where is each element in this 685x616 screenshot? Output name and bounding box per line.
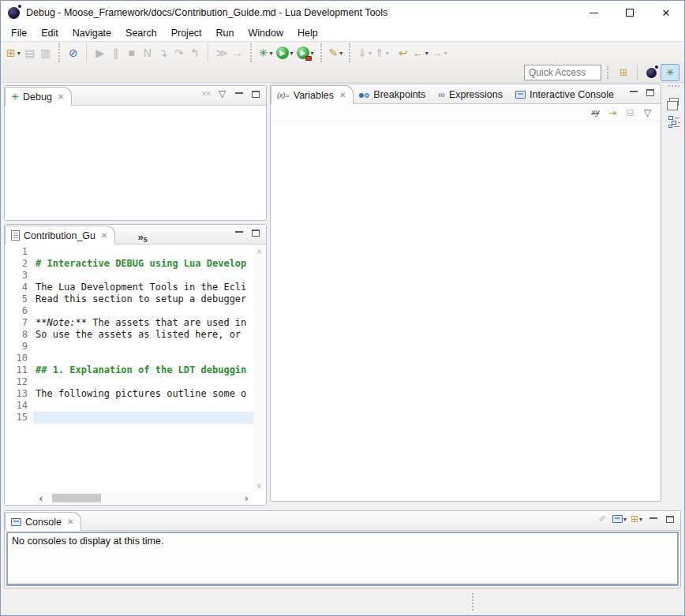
code-line[interactable]: 9	[5, 341, 253, 353]
menu-edit[interactable]: Edit	[34, 25, 66, 41]
code-line[interactable]: 3	[5, 270, 253, 282]
remove-terminated-icon[interactable]: ✕✕	[199, 88, 212, 101]
editor-body[interactable]: 12# Interactive DEBUG using Lua Develop3…	[5, 245, 266, 505]
debug-perspective-button[interactable]: ✳	[661, 64, 679, 81]
run-icon[interactable]: ▶▾	[275, 44, 295, 62]
hidden-editors-chevron[interactable]: » 5	[137, 231, 147, 244]
editor-vertical-scrollbar[interactable]: ∧ ∨	[253, 245, 265, 491]
tab-variables[interactable]: (x)=Variables✕	[271, 85, 354, 104]
window-maximize-button[interactable]	[612, 1, 648, 24]
menu-help[interactable]: Help	[290, 25, 325, 41]
step-into-icon[interactable]: ↴	[155, 44, 171, 62]
search-icon[interactable]: ✎▾	[328, 44, 345, 62]
close-icon[interactable]: ✕	[339, 91, 346, 99]
open-perspective-button[interactable]: ⊞	[614, 64, 633, 81]
disconnect-icon[interactable]: N	[140, 44, 155, 62]
maximize-icon[interactable]	[643, 86, 657, 99]
view-menu-icon[interactable]: ▽	[641, 106, 654, 119]
new-wizard-icon[interactable]: ⊞▾	[5, 44, 22, 62]
step-over-icon[interactable]: ↷	[171, 44, 187, 62]
restore-view-icon[interactable]	[668, 95, 681, 108]
terminate-icon[interactable]: ■	[124, 44, 140, 62]
drop-to-frame-icon[interactable]: ≫	[214, 44, 230, 62]
code-line[interactable]: 11## 1. Explanation of the LDT debuggin	[5, 364, 253, 376]
outline-view-icon[interactable]	[668, 115, 681, 129]
previous-annotation-icon[interactable]: ⇑▾	[373, 44, 391, 62]
window-close-button[interactable]: ✕	[648, 1, 684, 24]
suspend-icon[interactable]: ∥	[108, 44, 124, 62]
lua-perspective-button[interactable]	[642, 64, 661, 81]
maximize-icon[interactable]	[249, 226, 262, 240]
code-line[interactable]: 4The Lua Development Tools in the Ecli	[5, 282, 253, 293]
menu-window[interactable]: Window	[241, 25, 290, 41]
tab-debug[interactable]: ✳ Debug ✕	[5, 87, 72, 106]
skip-breakpoints-icon[interactable]: ⊘	[66, 44, 81, 62]
code-line[interactable]: 5Read this section to setup a debugger	[5, 293, 253, 305]
menu-search[interactable]: Search	[118, 25, 164, 41]
last-edit-location-icon[interactable]: ↩	[395, 44, 411, 62]
pin-console-icon[interactable]: ✐	[596, 513, 609, 526]
code-line[interactable]: 12	[5, 376, 253, 388]
code-line[interactable]: 8So use the assets as listed here, or	[5, 329, 253, 341]
show-type-names-icon[interactable]: xy	[589, 106, 602, 119]
close-icon[interactable]: ✕	[58, 92, 64, 101]
use-step-filters-icon[interactable]: →	[230, 44, 245, 62]
menu-navigate[interactable]: Navigate	[66, 25, 118, 41]
maximize-icon[interactable]	[249, 88, 262, 101]
chevron-down-icon[interactable]: ▾	[369, 50, 372, 57]
chevron-down-icon[interactable]: ▾	[339, 50, 342, 57]
code-line[interactable]: 13The following pictures outline some o	[5, 388, 253, 400]
forward-icon[interactable]: →▾	[430, 44, 449, 62]
window-minimize-button[interactable]	[575, 1, 612, 24]
tab-breakpoints[interactable]: Breakpoints	[354, 85, 432, 104]
h-scrollbar-thumb[interactable]	[52, 494, 101, 502]
view-menu-icon[interactable]: ▽	[215, 88, 229, 101]
collapse-all-icon[interactable]: ⊟	[623, 106, 637, 119]
step-return-icon[interactable]: ↰	[187, 44, 203, 62]
code-line[interactable]: 6	[5, 305, 253, 317]
code-line[interactable]: 7**Note:** The assets that are used in	[5, 317, 253, 329]
scroll-right-icon[interactable]: ›	[240, 493, 253, 503]
code-line[interactable]: 15	[5, 412, 253, 424]
close-icon[interactable]: ✕	[67, 517, 73, 526]
chevron-down-icon[interactable]: ▾	[444, 50, 447, 57]
maximize-icon[interactable]	[663, 513, 676, 526]
editor-horizontal-scrollbar[interactable]: ‹ ›	[35, 492, 253, 504]
chevron-down-icon[interactable]: ▾	[639, 516, 642, 523]
menu-file[interactable]: File	[4, 25, 34, 41]
scroll-down-icon[interactable]: ∨	[256, 480, 261, 491]
minimize-icon[interactable]	[232, 226, 245, 240]
close-icon[interactable]: ✕	[101, 231, 107, 240]
code-line[interactable]: 1	[5, 246, 253, 258]
chevron-down-icon[interactable]: ▾	[269, 50, 272, 57]
minimize-icon[interactable]	[627, 86, 640, 99]
resume-icon[interactable]: ▶	[92, 44, 108, 62]
show-logical-structures-icon[interactable]: ⇥	[606, 106, 619, 119]
next-annotation-icon[interactable]: ⇓▾	[356, 44, 373, 62]
minimize-icon[interactable]	[232, 88, 245, 101]
code-line[interactable]: 10	[5, 353, 253, 364]
chevron-down-icon[interactable]: ▾	[386, 50, 389, 57]
debug-icon[interactable]: ✳▾	[257, 44, 275, 62]
save-icon[interactable]: ▤	[22, 44, 38, 62]
scroll-up-icon[interactable]: ∧	[256, 245, 261, 257]
tab-console[interactable]: Console ✕	[5, 512, 81, 531]
external-tools-icon[interactable]: ▶▾	[295, 44, 316, 62]
back-icon[interactable]: ←▾	[411, 44, 430, 62]
minimize-icon[interactable]	[646, 513, 660, 526]
menu-project[interactable]: Project	[164, 25, 209, 41]
chevron-down-icon[interactable]: ▾	[623, 516, 627, 523]
quick-access-input[interactable]	[524, 65, 601, 80]
chevron-down-icon[interactable]: ▾	[425, 50, 429, 57]
status-bar-drag-handle[interactable]	[472, 593, 474, 610]
scroll-left-icon[interactable]: ‹	[35, 493, 47, 503]
tab-expressions[interactable]: ∞Expressions	[432, 85, 510, 104]
menu-run[interactable]: Run	[209, 25, 241, 41]
code-line[interactable]: 2# Interactive DEBUG using Lua Develop	[5, 258, 253, 270]
code-line[interactable]: 14	[5, 400, 253, 412]
tab-interactive-console[interactable]: Interactive Console	[510, 85, 621, 104]
chevron-down-icon[interactable]: ▾	[290, 50, 294, 57]
save-all-icon[interactable]: ▥	[38, 44, 54, 62]
chevron-down-icon[interactable]: ▾	[17, 50, 21, 57]
open-console-icon[interactable]: ⊞▾	[630, 513, 643, 526]
